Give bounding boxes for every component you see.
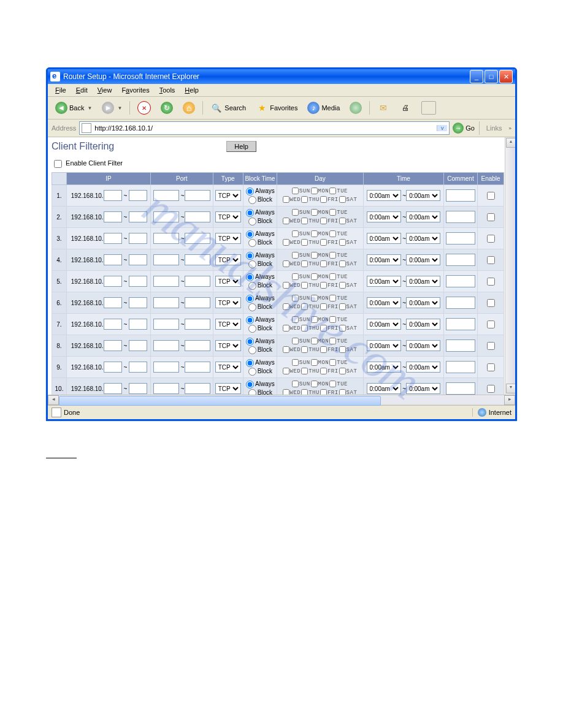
day-mon-checkbox[interactable] — [311, 381, 318, 387]
ip-from-input[interactable] — [104, 297, 122, 308]
edit-button[interactable] — [418, 99, 440, 116]
day-sat-checkbox[interactable] — [339, 303, 346, 310]
day-wed-checkbox[interactable] — [283, 196, 289, 203]
day-thu-checkbox[interactable] — [301, 239, 308, 246]
port-from-input[interactable] — [153, 383, 179, 394]
time-from-select[interactable]: 0:00am — [367, 254, 401, 265]
ip-from-input[interactable] — [104, 383, 122, 394]
day-sat-checkbox[interactable] — [339, 260, 346, 267]
day-fri-checkbox[interactable] — [320, 389, 327, 395]
go-button[interactable]: Go — [453, 123, 475, 134]
blocktime-block-radio[interactable] — [248, 282, 256, 290]
day-wed-checkbox[interactable] — [283, 239, 289, 246]
enable-row-checkbox[interactable] — [487, 213, 495, 221]
ip-to-input[interactable] — [129, 383, 147, 394]
time-to-select[interactable]: 0:00am — [406, 319, 440, 330]
day-mon-checkbox[interactable] — [311, 230, 318, 237]
day-thu-checkbox[interactable] — [301, 389, 308, 395]
day-sat-checkbox[interactable] — [339, 196, 346, 203]
back-button[interactable]: ◄Back▼ — [52, 100, 96, 116]
ip-to-input[interactable] — [129, 340, 147, 351]
day-tue-checkbox[interactable] — [329, 230, 336, 237]
day-mon-checkbox[interactable] — [311, 273, 318, 280]
day-tue-checkbox[interactable] — [329, 209, 336, 216]
blocktime-always-radio[interactable] — [246, 316, 254, 324]
menu-help[interactable]: Help — [180, 85, 204, 95]
day-sat-checkbox[interactable] — [339, 368, 346, 374]
type-select[interactable]: TCP — [215, 254, 241, 265]
day-sun-checkbox[interactable] — [292, 188, 299, 194]
vertical-scrollbar[interactable]: ▴▾ — [505, 137, 515, 395]
blocktime-always-radio[interactable] — [246, 252, 254, 260]
day-wed-checkbox[interactable] — [283, 303, 289, 310]
time-from-select[interactable]: 0:00am — [367, 190, 401, 201]
ip-from-input[interactable] — [104, 362, 122, 373]
ip-from-input[interactable] — [104, 211, 122, 222]
day-sat-checkbox[interactable] — [339, 389, 346, 395]
day-fri-checkbox[interactable] — [320, 260, 327, 267]
day-tue-checkbox[interactable] — [329, 316, 336, 323]
help-button[interactable]: Help — [226, 141, 256, 152]
close-button[interactable]: ✕ — [499, 70, 513, 83]
favorites-button[interactable]: Favorites — [252, 100, 301, 116]
day-tue-checkbox[interactable] — [329, 252, 336, 259]
ip-to-input[interactable] — [129, 233, 147, 244]
day-sun-checkbox[interactable] — [292, 230, 299, 237]
links-label[interactable]: Links — [484, 124, 505, 132]
port-from-input[interactable] — [153, 211, 179, 222]
ip-from-input[interactable] — [104, 276, 122, 287]
time-to-select[interactable]: 0:00am — [406, 233, 440, 244]
type-select[interactable]: TCP — [215, 276, 241, 287]
history-button[interactable] — [346, 100, 366, 116]
home-button[interactable] — [179, 100, 199, 116]
type-select[interactable]: TCP — [215, 319, 241, 330]
media-button[interactable]: Media — [304, 100, 343, 116]
port-to-input[interactable] — [185, 297, 210, 308]
enable-row-checkbox[interactable] — [487, 235, 495, 243]
enable-row-checkbox[interactable] — [487, 363, 495, 371]
day-thu-checkbox[interactable] — [301, 325, 308, 332]
blocktime-always-radio[interactable] — [246, 381, 254, 389]
blocktime-always-radio[interactable] — [246, 273, 254, 281]
day-thu-checkbox[interactable] — [301, 260, 308, 267]
day-thu-checkbox[interactable] — [301, 218, 308, 224]
search-button[interactable]: Search — [207, 100, 250, 116]
day-thu-checkbox[interactable] — [301, 303, 308, 310]
time-to-select[interactable]: 0:00am — [406, 340, 440, 351]
port-to-input[interactable] — [185, 276, 210, 287]
ip-from-input[interactable] — [104, 254, 122, 265]
address-field-wrapper[interactable]: v — [79, 121, 450, 135]
day-tue-checkbox[interactable] — [329, 273, 336, 280]
enable-row-checkbox[interactable] — [487, 385, 495, 393]
day-wed-checkbox[interactable] — [283, 368, 289, 374]
port-to-input[interactable] — [185, 383, 210, 394]
comment-input[interactable] — [446, 232, 475, 245]
day-sun-checkbox[interactable] — [292, 381, 299, 387]
port-from-input[interactable] — [153, 319, 179, 330]
day-fri-checkbox[interactable] — [320, 368, 327, 374]
ip-from-input[interactable] — [104, 340, 122, 351]
time-to-select[interactable]: 0:00am — [406, 297, 440, 308]
comment-input[interactable] — [446, 339, 475, 352]
port-to-input[interactable] — [185, 319, 210, 330]
blocktime-block-radio[interactable] — [248, 325, 256, 333]
type-select[interactable]: TCP — [215, 233, 241, 244]
ip-from-input[interactable] — [104, 190, 122, 201]
port-to-input[interactable] — [185, 254, 210, 265]
time-from-select[interactable]: 0:00am — [367, 383, 401, 394]
port-from-input[interactable] — [153, 340, 179, 351]
ip-from-input[interactable] — [104, 319, 122, 330]
blocktime-always-radio[interactable] — [246, 188, 254, 195]
day-fri-checkbox[interactable] — [320, 346, 327, 353]
day-fri-checkbox[interactable] — [320, 303, 327, 310]
refresh-button[interactable] — [157, 100, 177, 116]
day-thu-checkbox[interactable] — [301, 282, 308, 289]
address-input[interactable] — [93, 124, 437, 132]
day-sat-checkbox[interactable] — [339, 325, 346, 332]
day-thu-checkbox[interactable] — [301, 346, 308, 353]
time-from-select[interactable]: 0:00am — [367, 319, 401, 330]
day-thu-checkbox[interactable] — [301, 196, 308, 203]
day-sun-checkbox[interactable] — [292, 209, 299, 216]
port-from-input[interactable] — [153, 276, 179, 287]
ip-to-input[interactable] — [129, 211, 147, 222]
